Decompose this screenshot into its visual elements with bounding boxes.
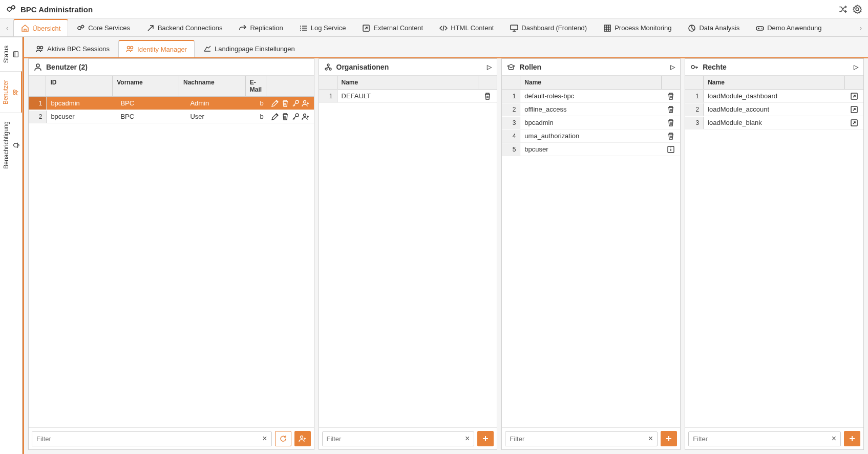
external-icon[interactable]: [850, 92, 858, 100]
trash-icon[interactable]: [667, 105, 675, 114]
filter-clear[interactable]: ×: [258, 435, 271, 443]
external-icon[interactable]: [850, 119, 858, 127]
trash-icon[interactable]: [667, 119, 675, 127]
app-title: BPC Administration: [20, 5, 93, 14]
settings-icon[interactable]: [853, 5, 862, 14]
row-num: 3: [685, 117, 704, 129]
home-icon: [21, 24, 29, 32]
nav-log-service[interactable]: Log Service: [292, 19, 354, 36]
nav-backend-connections[interactable]: Backend Connections: [139, 19, 230, 36]
add-role-button[interactable]: [661, 431, 677, 446]
nav-label: Dashboard (Frontend): [521, 24, 587, 32]
nav-prev[interactable]: ‹: [2, 21, 12, 35]
row-num: 3: [502, 117, 520, 129]
sidebar-status[interactable]: Status: [0, 37, 22, 71]
subtab-landingpage[interactable]: Landingpage Einstellungen: [196, 40, 303, 57]
cell-name: offline_access: [520, 103, 662, 116]
nav-uebersicht[interactable]: Übersicht: [13, 19, 68, 36]
panel-title: Rechte: [703, 63, 727, 71]
filter-clear[interactable]: ×: [644, 435, 657, 443]
table-row[interactable]: 2 loadModule_account: [685, 103, 863, 116]
gears-icon: [77, 24, 85, 32]
personplus-icon[interactable]: [302, 99, 310, 107]
nav-label: Log Service: [311, 24, 346, 32]
external-icon[interactable]: [850, 105, 858, 114]
panel-rollen: Rollen ▷ Name 1 default-roles-bpc 2 offl…: [501, 58, 681, 450]
person-icon: [34, 63, 42, 71]
table-row[interactable]: 3 loadModule_blank: [685, 116, 863, 129]
col-vorname[interactable]: Vorname: [113, 76, 179, 96]
table-row[interactable]: 2 offline_access: [502, 103, 680, 116]
nav-dashboard[interactable]: Dashboard (Frontend): [502, 19, 595, 36]
trash-icon[interactable]: [667, 132, 675, 140]
shuffle-icon[interactable]: [838, 5, 848, 14]
add-user-button[interactable]: [294, 431, 311, 446]
sidebar-benachrichtigung[interactable]: Benachrichtigung: [0, 113, 22, 177]
row-num: 2: [502, 103, 520, 116]
table-row[interactable]: 1 default-roles-bpc: [502, 90, 680, 103]
subtab-sessions[interactable]: Aktive BPC Sessions: [28, 40, 117, 57]
table-row[interactable]: 1 loadModule_dashboard: [685, 90, 863, 103]
trash-icon[interactable]: [667, 92, 675, 100]
col-email[interactable]: E-Mail: [246, 76, 266, 96]
cell-name: loadModule_account: [704, 103, 845, 116]
trash-icon[interactable]: [281, 99, 289, 107]
table-row[interactable]: 1 DEFAULT: [319, 90, 497, 103]
expand-icon[interactable]: ▷: [487, 63, 492, 71]
trash-icon[interactable]: [483, 92, 492, 100]
nav-demo-anwendung[interactable]: Demo Anwendung: [748, 19, 829, 36]
nav-replication[interactable]: Replication: [231, 19, 290, 36]
edit-icon[interactable]: [271, 113, 279, 121]
orgs-filter-input[interactable]: [323, 432, 461, 446]
expand-icon[interactable]: ▷: [670, 63, 675, 71]
rights-filter-input[interactable]: [689, 432, 827, 446]
expand-icon[interactable]: ▷: [854, 63, 858, 71]
nav-process-monitoring[interactable]: Process Monitoring: [596, 19, 679, 36]
roles-filter-input[interactable]: [505, 432, 644, 446]
filter-clear[interactable]: ×: [461, 435, 474, 443]
cell-email: bpcadmin@example.c...: [256, 97, 264, 110]
cell-name: default-roles-bpc: [520, 90, 662, 102]
sidebar-benutzer[interactable]: Benutzer: [0, 71, 22, 113]
cell-email: bpcuser@example.com: [256, 110, 264, 123]
add-right-button[interactable]: [844, 431, 860, 446]
edit-icon[interactable]: [271, 99, 279, 107]
key-icon[interactable]: [291, 113, 300, 121]
bell-icon: [13, 141, 20, 148]
personplus-icon[interactable]: [302, 113, 310, 121]
subtab-label: Landingpage Einstellungen: [215, 45, 295, 53]
cell-vorname: BPC: [116, 110, 186, 123]
col-name[interactable]: Name: [704, 76, 845, 89]
plus-icon: [665, 435, 673, 443]
cell-name: loadModule_dashboard: [704, 90, 845, 102]
users-filter-input[interactable]: [32, 432, 258, 446]
table-row[interactable]: 3 bpcadmin: [502, 116, 680, 129]
refresh-button[interactable]: [275, 431, 291, 446]
table-row[interactable]: 4 uma_authorization: [502, 129, 680, 143]
people-icon: [36, 45, 44, 53]
col-name[interactable]: Name: [520, 76, 662, 89]
add-org-button[interactable]: [477, 431, 494, 446]
nav-next[interactable]: ›: [856, 21, 866, 35]
info-icon[interactable]: [667, 145, 675, 154]
nav-html-content[interactable]: HTML Content: [432, 19, 501, 36]
col-id[interactable]: ID: [46, 76, 113, 96]
table-row[interactable]: 1 bpcadmin BPC Admin bpcadmin@example.c.…: [29, 97, 314, 110]
nav-external-content[interactable]: External Content: [354, 19, 431, 36]
people-icon: [12, 89, 19, 96]
trash-icon[interactable]: [281, 113, 289, 121]
main-nav: ‹ Übersicht Core Services Backend Connec…: [0, 19, 868, 37]
cell-name: loadModule_blank: [704, 116, 845, 129]
subtab-identity-manager[interactable]: Identity Manager: [118, 40, 195, 57]
cell-nachname: User: [186, 110, 256, 123]
col-name[interactable]: Name: [337, 76, 479, 89]
table-row[interactable]: 2 bpcuser BPC User bpcuser@example.com: [29, 110, 314, 123]
filter-clear[interactable]: ×: [828, 435, 840, 443]
key-icon[interactable]: [291, 99, 300, 107]
table-row[interactable]: 5 bpcuser: [502, 143, 680, 156]
nav-core-services[interactable]: Core Services: [69, 19, 138, 36]
nav-label: Demo Anwendung: [767, 24, 821, 32]
col-nachname[interactable]: Nachname: [179, 76, 246, 96]
nav-data-analysis[interactable]: Data Analysis: [680, 19, 747, 36]
landing-icon: [203, 45, 211, 53]
